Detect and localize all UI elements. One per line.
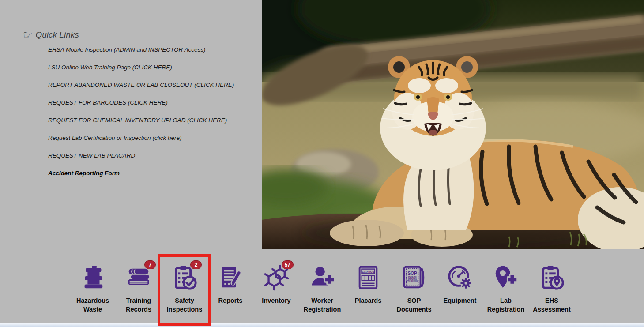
svg-text:CAUTION: CAUTION — [362, 271, 374, 273]
notification-badge: 57 — [282, 260, 294, 269]
app-label: Worker Registration — [299, 296, 345, 314]
app-button-ehs-assessment[interactable]: EHS Assessment — [529, 264, 575, 314]
app-button-safety-inspections[interactable]: 2 Safety Inspections — [162, 264, 207, 314]
app-label: Hazardous Waste — [70, 296, 116, 314]
app-label: EHS Assessment — [529, 296, 575, 314]
app-label: Lab Registration — [483, 296, 529, 314]
app-button-training-records[interactable]: 7 Training Records — [116, 264, 162, 314]
app-label: Training Records — [116, 296, 162, 314]
app-button-lab-registration[interactable]: Lab Registration — [483, 264, 529, 314]
link-request-new-lab-placard[interactable]: REQUEST NEW LAB PLACARD — [48, 152, 135, 159]
sop-documents-icon: SOP STANDARD OPERATING PROCEDURES — [400, 264, 428, 293]
notification-badge: 7 — [144, 260, 156, 269]
svg-text:PROCEDURES: PROCEDURES — [407, 280, 418, 282]
link-ehsa-mobile-inspection[interactable]: EHSA Mobile Inspection (ADMIN and INSPEC… — [48, 46, 206, 53]
svg-text:SOP: SOP — [407, 271, 417, 276]
reports-icon — [217, 264, 244, 293]
app-button-reports[interactable]: Reports — [207, 264, 253, 314]
quick-links-title: Quick Links — [36, 30, 79, 40]
quick-links-list: EHSA Mobile Inspection (ADMIN and INSPEC… — [48, 46, 261, 177]
window-bottom-strip — [0, 323, 644, 327]
app-label: Placards — [355, 296, 381, 305]
app-button-equipment[interactable]: Equipment — [437, 264, 483, 314]
link-lsu-online-web-training[interactable]: LSU Online Web Training Page (CLICK HERE… — [48, 64, 172, 71]
link-report-abandoned-waste[interactable]: REPORT ABANDONED WASTE OR LAB CLOSEOUT (… — [48, 82, 234, 88]
ehsa-dashboard: ☞ Quick Links EHSA Mobile Inspection (AD… — [0, 0, 644, 327]
app-button-placards[interactable]: CAUTION Placards — [345, 264, 391, 314]
app-label: Equipment — [444, 296, 477, 305]
quick-links-header: ☞ Quick Links — [23, 30, 261, 40]
notification-badge: 2 — [190, 260, 202, 269]
equipment-icon — [446, 264, 474, 293]
tiger-photo — [262, 0, 644, 249]
app-label: Reports — [218, 296, 243, 305]
app-button-worker-registration[interactable]: Worker Registration — [299, 264, 345, 314]
link-request-barcodes[interactable]: REQUEST FOR BARCODES (CLICK HERE) — [48, 99, 168, 106]
link-accident-reporting-form[interactable]: Accident Reporting Form — [48, 170, 120, 177]
app-button-hazardous-waste[interactable]: Hazardous Waste — [70, 264, 116, 314]
app-icon-bar: Hazardous Waste 7 — [70, 264, 575, 314]
placards-icon: CAUTION — [354, 264, 382, 293]
app-label: SOP Documents — [391, 296, 437, 314]
hazardous-waste-icon — [79, 264, 106, 293]
link-request-chemical-inventory-upload[interactable]: REQUEST FOR CHEMICAL INVENTORY UPLOAD (C… — [48, 117, 227, 124]
pointing-hand-icon: ☞ — [23, 30, 33, 39]
link-request-lab-certification[interactable]: Request Lab Certification or Inspection … — [48, 135, 181, 141]
worker-registration-icon — [309, 264, 336, 293]
quick-links-panel: ☞ Quick Links EHSA Mobile Inspection (AD… — [23, 30, 261, 187]
ehs-assessment-icon — [538, 264, 565, 293]
app-label: Inventory — [262, 296, 290, 305]
lab-registration-icon — [492, 264, 520, 293]
app-button-sop-documents[interactable]: SOP STANDARD OPERATING PROCEDURES SOP Do… — [391, 264, 437, 314]
app-label: Safety Inspections — [162, 296, 207, 314]
app-button-inventory[interactable]: 57 Invento — [253, 264, 299, 314]
